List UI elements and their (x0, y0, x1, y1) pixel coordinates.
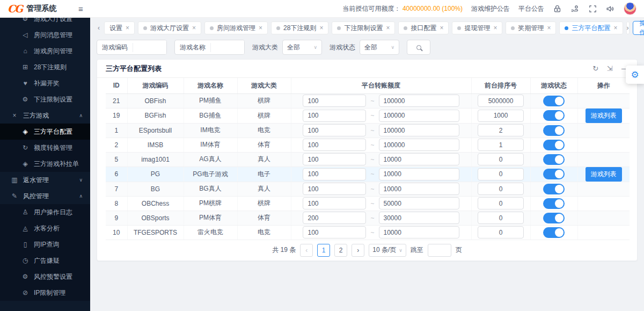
sort-input[interactable] (478, 226, 524, 238)
game-status-select[interactable]: 全部 ∨ (360, 40, 399, 55)
quota-min-input[interactable] (303, 168, 366, 180)
sort-input[interactable] (478, 168, 524, 180)
refresh-icon[interactable]: ↻ (592, 64, 598, 73)
status-toggle[interactable] (543, 140, 565, 150)
tabs-scroll-right-icon[interactable]: › (626, 21, 630, 34)
prev-page-button[interactable]: ‹ (300, 244, 313, 257)
quota-max-input[interactable] (379, 124, 459, 136)
sidebar-item-water-guest-analysis[interactable]: ◬ 水客分析 (0, 220, 90, 236)
sidebar-item-third-party-platform-config[interactable]: ◈ 三方平台配置 (0, 124, 90, 140)
quota-min-input[interactable] (303, 124, 366, 136)
close-icon[interactable]: × (493, 24, 497, 32)
game-list-button[interactable]: 游戏列表 (586, 109, 622, 123)
sidebar-item-risk-warning-settings[interactable]: ⚙ 风控预警设置 (0, 269, 90, 285)
tabs-scroll-left-icon[interactable]: ‹ (97, 24, 101, 32)
close-icon[interactable]: × (547, 24, 551, 32)
quota-min-input[interactable] (303, 139, 366, 151)
tab-bet-limit-settings[interactable]: 下注限制设置 × (332, 21, 395, 34)
lock-icon[interactable] (553, 4, 562, 13)
game-list-button[interactable]: 游戏列表 (586, 167, 622, 182)
tab-actions-button[interactable]: 操作 ∨ (633, 21, 644, 35)
sort-input[interactable] (478, 139, 524, 151)
next-page-button[interactable]: › (352, 244, 364, 257)
status-toggle[interactable] (543, 213, 565, 223)
quota-min-input[interactable] (303, 197, 366, 209)
tab-api-config[interactable]: 接口配置 × (398, 21, 449, 34)
status-toggle[interactable] (543, 154, 565, 165)
quota-max-input[interactable] (379, 110, 459, 122)
sidebar-collapse-icon[interactable]: ≡ (75, 4, 86, 13)
game-code-input[interactable] (133, 40, 166, 54)
close-icon[interactable]: × (440, 24, 443, 32)
game-category-select[interactable]: 全部 ∨ (282, 40, 322, 55)
sidebar-item-quota-exchange-mgmt[interactable]: ↻ 额度转换管理 (0, 140, 90, 156)
close-icon[interactable]: × (259, 24, 262, 32)
sidebar-item-bet-limit-settings[interactable]: ⚙ 下注限制设置 (0, 91, 90, 107)
sort-input[interactable] (478, 212, 524, 224)
search-button[interactable] (407, 40, 430, 55)
sort-input[interactable] (478, 153, 524, 165)
status-toggle[interactable] (543, 198, 565, 209)
sidebar-item-user-operation-log[interactable]: ♙ 用户操作日志 (0, 204, 90, 220)
quota-max-input[interactable] (379, 212, 459, 224)
quota-min-input[interactable] (303, 226, 366, 238)
sidebar-group-third-party-games[interactable]: × 三方游戏 ∧ (0, 107, 90, 124)
status-toggle[interactable] (543, 184, 565, 194)
status-toggle[interactable] (543, 96, 565, 106)
sidebar-item-third-party-pull-order[interactable]: ◈ 三方游戏补拉单 (0, 156, 90, 172)
status-toggle[interactable] (543, 125, 565, 136)
tab-room-game-mgmt[interactable]: 房间游戏管理 × (204, 21, 268, 34)
close-icon[interactable]: × (613, 24, 617, 32)
page-size-select[interactable]: 10 条/页 ∨ (369, 244, 406, 257)
user-avatar[interactable] (624, 2, 636, 15)
quota-max-input[interactable] (379, 226, 459, 238)
sidebar-item-ip-limit-mgmt[interactable]: ⊘ IP限制管理 (0, 285, 90, 301)
quota-min-input[interactable] (303, 183, 366, 195)
sidebar-item-same-ip-query[interactable]: ▯ 同IP查询 (0, 236, 90, 252)
quota-max-input[interactable] (379, 183, 459, 195)
quota-max-input[interactable] (379, 168, 459, 180)
close-icon[interactable]: × (126, 24, 129, 32)
speaker-icon[interactable] (606, 4, 615, 13)
quota-max-input[interactable] (379, 95, 459, 107)
sort-input[interactable] (478, 197, 524, 209)
fullscreen-icon[interactable] (588, 4, 597, 13)
sidebar-item-game-lobby-settings[interactable]: ⚙ 游戏大厅设置 (0, 18, 90, 27)
jump-page-input[interactable] (428, 244, 451, 257)
close-icon[interactable]: × (319, 24, 323, 32)
status-toggle[interactable] (543, 169, 565, 179)
quota-min-input[interactable] (303, 95, 366, 107)
status-toggle[interactable] (543, 110, 565, 121)
quota-max-input[interactable] (379, 197, 459, 209)
sort-input[interactable] (478, 110, 524, 122)
sidebar-group-risk-mgmt[interactable]: ✎ 风控管理 ∧ (0, 188, 90, 204)
sidebar-item-makeup-draw[interactable]: ♥ 补漏开奖 (0, 75, 90, 91)
praise-hand-icon[interactable] (570, 4, 580, 13)
page-2-button[interactable]: 2 (334, 244, 347, 257)
quota-max-input[interactable] (379, 153, 459, 165)
quota-max-input[interactable] (379, 139, 459, 151)
game-name-input[interactable] (211, 40, 244, 54)
page-1-button[interactable]: 1 (317, 244, 330, 257)
sidebar-item-game-room-mgmt[interactable]: ⌂ 游戏房间管理 (0, 43, 90, 59)
close-icon[interactable]: × (192, 24, 196, 32)
tab-28-bet-rules[interactable]: 28下注规则 × (271, 21, 328, 34)
tab-third-party-platform-config[interactable]: 三方平台配置 × (559, 21, 623, 34)
tab-withdraw-mgmt[interactable]: 提现管理 × (452, 21, 502, 34)
status-toggle[interactable] (543, 227, 565, 238)
sidebar-item-ad-suspicion[interactable]: ◷ 广告嫌疑 (0, 252, 90, 269)
sort-input[interactable] (478, 95, 524, 107)
platform-announcement-link[interactable]: 平台公告 (518, 4, 544, 13)
tab-settings[interactable]: 设置 × (104, 21, 135, 34)
settings-drawer-button[interactable]: ⚙ (626, 66, 644, 84)
sort-input[interactable] (478, 124, 524, 136)
expand-icon[interactable]: ⇲ (607, 64, 613, 73)
sidebar-item-28-bet-rules[interactable]: ⊞ 28下注规则 (0, 59, 90, 75)
maintenance-announcement-link[interactable]: 游戏维护公告 (471, 4, 510, 13)
sidebar-item-room-message-mgmt[interactable]: ◁ 房间消息管理 (0, 27, 90, 43)
tab-game-lobby-settings[interactable]: 游戏大厅设置 × (138, 21, 201, 34)
tab-prize-period-mgmt[interactable]: 奖期管理 × (506, 21, 556, 34)
sidebar-group-rebate-mgmt[interactable]: ▥ 返水管理 ∨ (0, 172, 90, 188)
quota-min-input[interactable] (303, 212, 366, 224)
quota-min-input[interactable] (303, 153, 366, 165)
